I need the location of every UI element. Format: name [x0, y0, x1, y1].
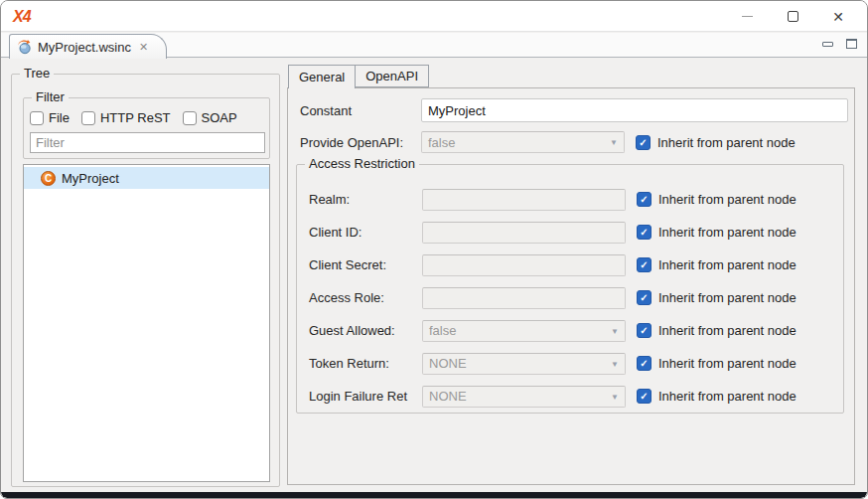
- dropdown-value: false: [422, 135, 455, 150]
- inherit-checkbox-group[interactable]: ✓Inherit from parent node: [637, 225, 796, 240]
- x4-logo: X4: [13, 8, 31, 26]
- window-minimize-button[interactable]: [724, 2, 770, 32]
- tab-openapi-label: OpenAPI: [365, 69, 418, 83]
- inherit-label: Inherit from parent node: [658, 290, 796, 305]
- field-label: Client Secret:: [309, 257, 422, 272]
- field-label: Login Failure Ret: [309, 389, 422, 404]
- view-maximize-icon[interactable]: [846, 39, 857, 49]
- tree-item-label: MyProject: [62, 171, 119, 186]
- field-label: Guest Allowed:: [309, 323, 422, 338]
- tab-openapi[interactable]: OpenAPI: [356, 65, 429, 87]
- general-tab-content: Constant Provide OpenAPI: false ▼ ✓ Inhe…: [287, 87, 855, 485]
- access-restriction-group: Access Restriction Realm:✓Inherit from p…: [296, 164, 844, 414]
- provide-openapi-label: Provide OpenAPI:: [300, 135, 421, 150]
- checkbox-checked-icon[interactable]: ✓: [637, 356, 651, 371]
- filter-group-label: Filter: [32, 89, 69, 104]
- constant-label: Constant: [300, 103, 421, 118]
- guest-allowed-dropdown[interactable]: false▼: [422, 320, 626, 342]
- form-row-client-secret: Client Secret:✓Inherit from parent node: [297, 249, 843, 281]
- constant-input[interactable]: [421, 98, 848, 122]
- checkbox-checked-icon[interactable]: ✓: [637, 290, 651, 305]
- inherit-checkbox-group[interactable]: ✓Inherit from parent node: [637, 389, 796, 404]
- filter-checkbox-label: HTTP ReST: [100, 110, 171, 125]
- inherit-label: Inherit from parent node: [657, 135, 796, 150]
- tree-item-myproject[interactable]: CMyProject: [24, 167, 269, 189]
- view-minimize-icon[interactable]: [822, 42, 833, 47]
- constant-node-icon: C: [41, 171, 56, 186]
- filter-checkbox-label: File: [49, 110, 70, 125]
- window-maximize-button[interactable]: [770, 2, 815, 32]
- close-icon: ✕: [832, 10, 844, 24]
- access-role-input[interactable]: [422, 287, 626, 309]
- title-bar: X4 ✕: [1, 1, 867, 32]
- tree-list[interactable]: CMyProject: [23, 164, 270, 482]
- checkbox-checked-icon[interactable]: ✓: [637, 323, 651, 338]
- filter-input[interactable]: [30, 132, 265, 153]
- form-row-constant: Constant: [288, 94, 854, 126]
- checkbox-checked-icon[interactable]: ✓: [637, 192, 651, 207]
- checkbox-unchecked-icon[interactable]: [183, 111, 197, 125]
- token-return-dropdown[interactable]: NONE▼: [422, 353, 626, 375]
- filter-checkbox-soap[interactable]: SOAP: [183, 110, 237, 125]
- filter-group: Filter FileHTTP ReSTSOAP: [23, 97, 270, 159]
- view-buttons: [822, 39, 857, 49]
- inherit-checkbox-group[interactable]: ✓Inherit from parent node: [637, 192, 796, 207]
- inherit-label: Inherit from parent node: [658, 323, 796, 338]
- checkbox-checked-icon[interactable]: ✓: [637, 389, 651, 404]
- checkbox-checked-icon[interactable]: ✓: [637, 257, 651, 272]
- realm-input[interactable]: [422, 189, 626, 211]
- access-restriction-rows: Realm:✓Inherit from parent nodeClient ID…: [297, 183, 843, 413]
- tree-group: Tree Filter FileHTTP ReSTSOAP CMyProject: [11, 74, 280, 487]
- application-window: X4 ✕ MyP: [0, 0, 868, 499]
- dropdown-arrow-icon: ▼: [611, 326, 619, 335]
- client-secret-input[interactable]: [422, 254, 626, 276]
- inherit-checkbox-group[interactable]: ✓Inherit from parent node: [637, 290, 796, 305]
- inherit-label: Inherit from parent node: [658, 389, 796, 404]
- access-restriction-label: Access Restriction: [305, 156, 419, 171]
- dropdown-arrow-icon: ▼: [611, 359, 619, 368]
- minimize-icon: [742, 16, 753, 17]
- editor-tab-label: MyProject.wsinc: [38, 40, 131, 55]
- maximize-icon: [788, 11, 798, 22]
- filter-checkbox-file[interactable]: File: [30, 110, 70, 125]
- provide-openapi-dropdown[interactable]: false ▼: [421, 131, 625, 153]
- form-row-client-id: Client ID:✓Inherit from parent node: [297, 216, 843, 249]
- inherit-label: Inherit from parent node: [658, 225, 796, 240]
- dropdown-value: false: [423, 323, 456, 338]
- inherit-label: Inherit from parent node: [658, 257, 796, 272]
- dropdown-value: NONE: [423, 356, 467, 371]
- editor-tab-myproject-wsinc[interactable]: MyProject.wsinc ✕: [9, 34, 167, 59]
- form-row-access-role: Access Role:✓Inherit from parent node: [297, 281, 843, 314]
- dropdown-arrow-icon: ▼: [611, 392, 619, 401]
- detail-tabs: General OpenAPI: [288, 65, 429, 88]
- login-failure-ret-dropdown[interactable]: NONE▼: [422, 386, 626, 408]
- webservice-file-icon: [17, 40, 32, 55]
- tab-general[interactable]: General: [288, 65, 356, 88]
- inherit-checkbox-group[interactable]: ✓Inherit from parent node: [637, 257, 796, 272]
- field-label: Realm:: [309, 192, 422, 207]
- inherit-checkbox-group[interactable]: ✓Inherit from parent node: [637, 356, 796, 371]
- tab-general-label: General: [299, 70, 345, 84]
- filter-checkbox-label: SOAP: [202, 110, 237, 125]
- checkbox-checked-icon[interactable]: ✓: [636, 135, 651, 150]
- window-close-button[interactable]: ✕: [815, 2, 861, 32]
- filter-checkbox-http-rest[interactable]: HTTP ReST: [81, 110, 171, 125]
- dropdown-arrow-icon: ▼: [610, 138, 618, 147]
- inherit-label: Inherit from parent node: [658, 192, 796, 207]
- window-controls: ✕: [724, 1, 861, 32]
- field-label: Token Return:: [309, 356, 422, 371]
- form-row-provide-openapi: Provide OpenAPI: false ▼ ✓ Inherit from …: [288, 126, 854, 158]
- field-label: Access Role:: [309, 290, 422, 305]
- checkbox-checked-icon[interactable]: ✓: [637, 225, 651, 240]
- form-row-guest-allowed: Guest Allowed:false▼✓Inherit from parent…: [297, 314, 843, 347]
- form-row-token-return: Token Return:NONE▼✓Inherit from parent n…: [297, 347, 843, 380]
- screenshot-stage: X4 ✕ MyP: [0, 0, 868, 499]
- tree-group-label: Tree: [20, 66, 54, 81]
- form-row-login-failure-ret: Login Failure RetNONE▼✓Inherit from pare…: [297, 380, 843, 413]
- inherit-checkbox-group[interactable]: ✓ Inherit from parent node: [636, 135, 796, 150]
- checkbox-unchecked-icon[interactable]: [81, 111, 95, 125]
- client-id-input[interactable]: [422, 222, 626, 244]
- checkbox-unchecked-icon[interactable]: [30, 111, 44, 125]
- inherit-checkbox-group[interactable]: ✓Inherit from parent node: [637, 323, 796, 338]
- editor-tab-close-icon[interactable]: ✕: [139, 41, 148, 54]
